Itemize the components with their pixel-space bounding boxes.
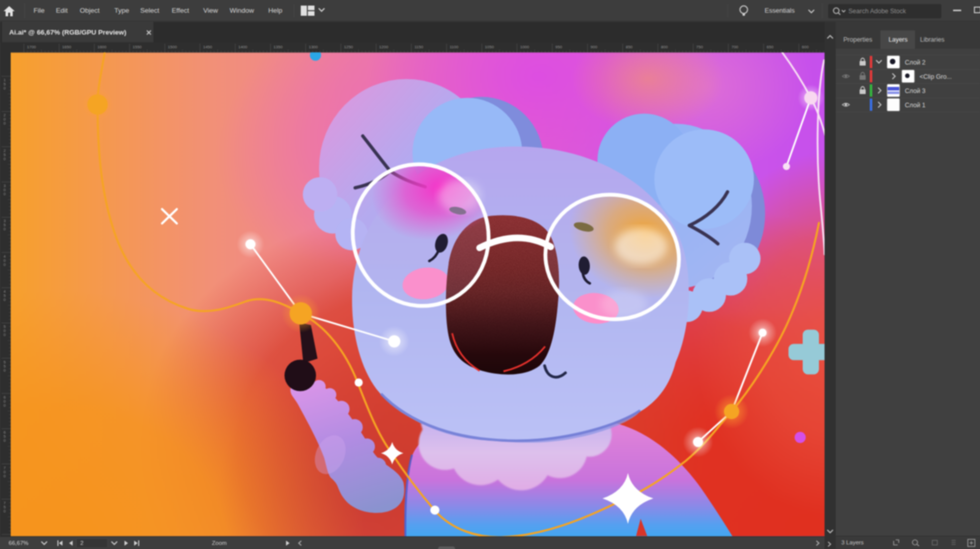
svg-text:0: 0 [4,157,6,161]
svg-text:Слой 2: Слой 2 [905,59,926,66]
svg-text:1200: 1200 [379,45,388,49]
svg-text:1600: 1600 [98,45,107,49]
svg-text:1700: 1700 [27,45,36,49]
svg-text:750: 750 [696,45,703,49]
svg-text:1450: 1450 [203,45,212,49]
svg-text:600: 600 [802,45,809,49]
svg-text:0: 0 [4,262,6,267]
svg-text:0: 0 [4,86,6,90]
svg-text:0: 0 [4,368,6,373]
svg-text:800: 800 [661,45,668,49]
svg-text:1050: 1050 [485,45,494,49]
svg-text:950: 950 [555,45,562,49]
svg-text:1650: 1650 [62,45,71,49]
svg-text:0: 0 [4,509,6,513]
svg-text:0: 0 [4,332,6,337]
svg-text:<Clip Gro...: <Clip Gro... [920,73,952,80]
svg-text:700: 700 [732,45,739,49]
svg-text:1250: 1250 [344,45,353,49]
svg-text:900: 900 [590,45,597,49]
svg-text:0: 0 [4,121,6,126]
svg-text:0: 0 [4,297,6,302]
svg-text:0: 0 [4,438,6,443]
svg-text:650: 650 [767,45,774,49]
svg-text:1350: 1350 [273,45,282,49]
svg-text:1000: 1000 [520,45,529,49]
svg-text:1150: 1150 [415,45,424,49]
svg-text:850: 850 [626,45,633,49]
svg-text:0: 0 [4,403,6,408]
svg-text:1100: 1100 [450,45,459,49]
svg-text:Слой 3: Слой 3 [905,87,926,95]
svg-text:1500: 1500 [168,45,177,49]
svg-text:0: 0 [4,227,6,231]
svg-text:0: 0 [4,192,6,196]
svg-text:1400: 1400 [238,45,247,49]
svg-text:1550: 1550 [133,45,142,49]
svg-text:0: 0 [4,474,6,478]
svg-text:1300: 1300 [309,45,318,49]
svg-text:Слой 1: Слой 1 [905,102,926,109]
